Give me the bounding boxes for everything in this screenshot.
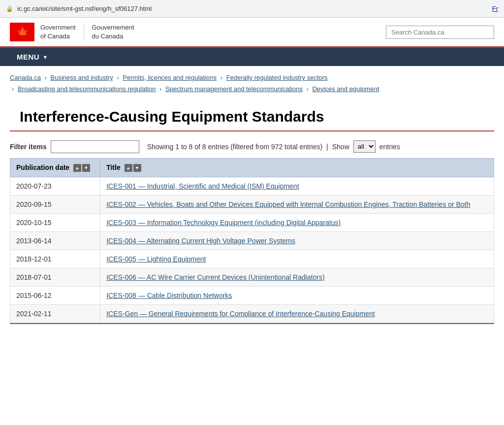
header-divider — [84, 23, 84, 41]
date-sort-asc[interactable]: ▲ — [73, 164, 81, 172]
lock-icon: 🔒 — [6, 5, 13, 12]
entry-link[interactable]: ICES-005 — Lighting Equipment — [106, 255, 206, 263]
entry-link[interactable]: ICES-006 — AC Wire Carrier Current Devic… — [106, 273, 324, 281]
breadcrumb-devices[interactable]: Devices and equipment — [312, 85, 379, 93]
canada-flag: 🍁 — [10, 23, 34, 41]
cell-date: 2020-09-15 — [10, 196, 100, 214]
table-row: 2020-10-15ICES-003 — Information Technol… — [10, 214, 494, 232]
cell-title: ICES-001 — Industrial, Scientific and Me… — [100, 177, 494, 196]
entry-link[interactable]: ICES-008 — Cable Distribution Networks — [106, 292, 232, 299]
cell-title: ICES-004 — Alternating Current High Volt… — [100, 232, 494, 250]
breadcrumb-spectrum[interactable]: Spectrum management and telecommunicatio… — [165, 85, 303, 93]
cell-title: ICES-008 — Cable Distribution Networks — [100, 287, 494, 305]
table-header-row: Publication date ▲ ▼ Title ▲ ▼ — [10, 158, 494, 177]
header-left: 🍁 Government of Canada Gouvernement du C… — [10, 23, 134, 41]
entry-link[interactable]: ICES-Gen — General Requirements for Comp… — [106, 310, 375, 318]
table-row: 2018-07-01ICES-006 — AC Wire Carrier Cur… — [10, 268, 494, 287]
breadcrumb-business[interactable]: Business and industry — [50, 74, 113, 81]
cell-date: 2018-12-01 — [10, 250, 100, 268]
browser-url: ic.gc.ca/eic/site/smt-gst.nsf/eng/h_sf06… — [17, 5, 152, 12]
nav-menu: MENU ▼ — [0, 48, 504, 66]
table-row: 2021-02-11ICES-Gen — General Requirement… — [10, 305, 494, 323]
filter-info: Showing 1 to 8 of 8 entries (filtered fr… — [147, 143, 322, 151]
title-sort-asc[interactable]: ▲ — [125, 164, 132, 172]
cell-title: ICES-005 — Lighting Equipment — [100, 250, 494, 268]
page-title-section: Interference-Causing Equipment Standards — [10, 98, 494, 131]
cell-title: ICES-002 — Vehicles, Boats and Other Dev… — [100, 196, 494, 214]
breadcrumb: Canada.ca › Business and industry › Perm… — [0, 66, 504, 98]
breadcrumb-permits[interactable]: Permits, licences and regulations — [123, 74, 217, 81]
cell-title: ICES-006 — AC Wire Carrier Current Devic… — [100, 268, 494, 287]
entry-link[interactable]: ICES-002 — Vehicles, Boats and Other Dev… — [106, 200, 470, 208]
table-row: 2020-09-15ICES-002 — Vehicles, Boats and… — [10, 196, 494, 214]
table-row: 2013-06-14ICES-004 — Alternating Current… — [10, 232, 494, 250]
cell-date: 2020-10-15 — [10, 214, 100, 232]
date-sort-desc[interactable]: ▼ — [82, 164, 90, 172]
search-container — [386, 26, 494, 39]
table-row: 2015-06-12ICES-008 — Cable Distribution … — [10, 287, 494, 305]
cell-date: 2018-07-01 — [10, 268, 100, 287]
chevron-down-icon: ▼ — [42, 54, 48, 60]
breadcrumb-canada[interactable]: Canada.ca — [10, 74, 41, 81]
site-header: 🍁 Government of Canada Gouvernement du C… — [0, 18, 504, 48]
entry-link[interactable]: ICES-004 — Alternating Current High Volt… — [106, 237, 295, 245]
filter-input[interactable] — [51, 140, 139, 153]
table-row: 2018-12-01ICES-005 — Lighting Equipment — [10, 250, 494, 268]
col-header-title: Title ▲ ▼ — [100, 158, 494, 177]
title-sort-buttons: ▲ ▼ — [125, 164, 141, 172]
filter-row: Filter items Showing 1 to 8 of 8 entries… — [0, 131, 504, 158]
cell-title: ICES-Gen — General Requirements for Comp… — [100, 305, 494, 323]
gov-name-en: Government of Canada — [40, 23, 76, 41]
entry-link[interactable]: ICES-003 — Information Technology Equipm… — [106, 219, 341, 227]
gov-name-fr: Gouvernement du Canada — [92, 23, 134, 41]
cell-date: 2020-07-23 — [10, 177, 100, 196]
menu-button[interactable]: MENU ▼ — [10, 48, 55, 66]
pipe-separator: | — [326, 143, 328, 151]
entry-link[interactable]: ICES-001 — Industrial, Scientific and Me… — [106, 182, 299, 190]
page-title: Interference-Causing Equipment Standards — [20, 108, 484, 126]
bottom-rule — [10, 323, 494, 324]
date-sort-buttons: ▲ ▼ — [73, 164, 90, 172]
maple-leaf-icon: 🍁 — [16, 26, 29, 38]
cell-date: 2015-06-12 — [10, 287, 100, 305]
show-entries-select[interactable]: all 10 25 50 — [353, 140, 376, 153]
breadcrumb-broadcasting[interactable]: Broadcasting and telecommunications regu… — [18, 85, 156, 93]
cell-title: ICES-003 — Information Technology Equipm… — [100, 214, 494, 232]
col-header-date: Publication date ▲ ▼ — [10, 158, 100, 177]
browser-bar: 🔒 ic.gc.ca/eic/site/smt-gst.nsf/eng/h_sf… — [0, 0, 504, 18]
search-input[interactable] — [386, 26, 494, 39]
show-label: Show — [332, 143, 349, 151]
lang-switch-link[interactable]: Fr — [492, 5, 498, 12]
breadcrumb-federally[interactable]: Federally regulated industry sectors — [226, 74, 328, 81]
entries-label: entries — [379, 143, 400, 151]
cell-date: 2013-06-14 — [10, 232, 100, 250]
title-sort-desc[interactable]: ▼ — [133, 164, 141, 172]
table-row: 2020-07-23ICES-001 — Industrial, Scienti… — [10, 177, 494, 196]
filter-label: Filter items — [10, 143, 47, 151]
data-table: Publication date ▲ ▼ Title ▲ ▼ 2020-07-2… — [10, 158, 494, 323]
cell-date: 2021-02-11 — [10, 305, 100, 323]
